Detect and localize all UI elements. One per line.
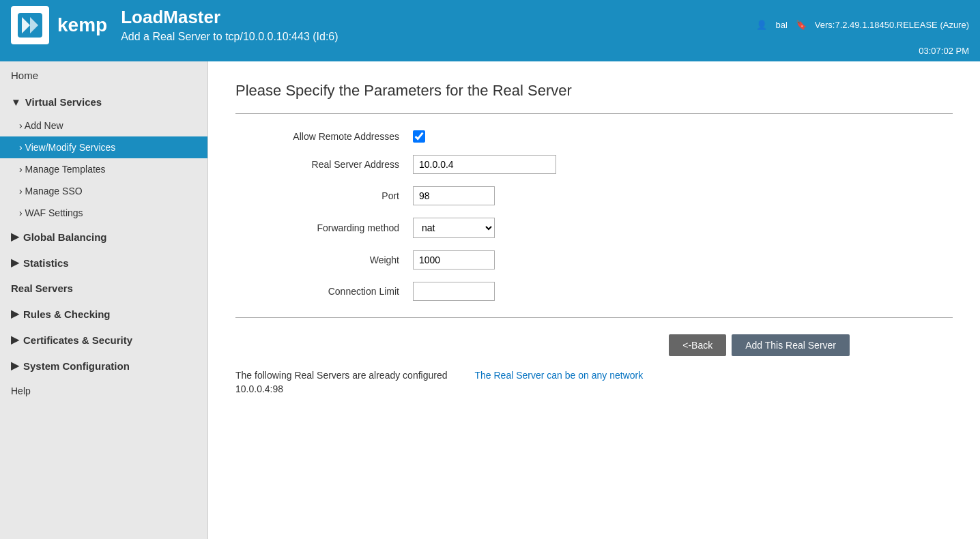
port-control: [413, 186, 495, 205]
arrow-right-icon2: ▶: [11, 257, 19, 269]
info-left: The following Real Servers are already c…: [235, 370, 448, 394]
allow-remote-control: [413, 130, 425, 143]
header: kemp LoadMaster Add a Real Server to tcp…: [0, 0, 980, 61]
current-time: 03:07:02 PM: [919, 46, 969, 56]
connection-limit-input[interactable]: [413, 282, 495, 301]
sidebar-section-statistics[interactable]: ▶ Statistics: [0, 250, 207, 276]
real-server-form: Allow Remote Addresses Real Server Addre…: [235, 130, 850, 301]
forwarding-method-label: Forwarding method: [235, 222, 413, 233]
allow-remote-row: Allow Remote Addresses: [235, 130, 850, 143]
page-subtitle: Add a Real Server to tcp/10.0.0.10:443 (…: [121, 31, 756, 43]
sidebar-item-home[interactable]: Home: [0, 61, 207, 89]
sidebar-item-real-servers[interactable]: Real Servers: [0, 276, 207, 301]
sidebar-item-view-modify[interactable]: › View/Modify Services: [0, 136, 207, 158]
weight-row: Weight: [235, 250, 850, 270]
real-server-address-row: Real Server Address: [235, 155, 850, 174]
connection-limit-control: [413, 282, 495, 301]
arrow-right-icon4: ▶: [11, 334, 19, 346]
sidebar-section-certificates[interactable]: ▶ Certificates & Security: [0, 327, 207, 353]
weight-input[interactable]: [413, 250, 495, 270]
sidebar-section-global-balancing[interactable]: ▶ Global Balancing: [0, 224, 207, 250]
back-button[interactable]: <-Back: [669, 334, 726, 356]
arrow-right-icon5: ▶: [11, 360, 19, 372]
sidebar-section-rules[interactable]: ▶ Rules & Checking: [0, 301, 207, 327]
forwarding-method-row: Forwarding method nat route tunnel: [235, 218, 850, 238]
already-configured-value: 10.0.0.4:98: [235, 383, 448, 394]
top-divider: [235, 113, 953, 114]
sidebar-item-help[interactable]: Help: [0, 379, 207, 403]
sidebar-section-system-config[interactable]: ▶ System Configuration: [0, 353, 207, 379]
sidebar-item-manage-templates[interactable]: › Manage Templates: [0, 158, 207, 180]
kemp-logo: [11, 6, 49, 44]
bottom-divider: [235, 317, 953, 318]
forwarding-method-control: nat route tunnel: [413, 218, 495, 238]
arrow-right-icon3: ▶: [11, 308, 19, 320]
real-server-address-label: Real Server Address: [235, 159, 413, 170]
username: bal: [775, 20, 787, 30]
form-heading: Please Specify the Parameters for the Re…: [235, 82, 953, 100]
arrow-right-icon: ▶: [11, 231, 19, 243]
company-name: kemp: [57, 14, 107, 36]
bookmark-icon: 🔖: [796, 20, 807, 30]
network-info-label: The Real Server can be on any network: [475, 370, 644, 381]
main-content: Please Specify the Parameters for the Re…: [208, 61, 980, 539]
sidebar-section-virtual-services[interactable]: ▼ Virtual Services: [0, 89, 207, 115]
port-label: Port: [235, 190, 413, 201]
button-row: <-Back Add This Real Server: [235, 334, 850, 356]
weight-label: Weight: [235, 254, 413, 265]
weight-control: [413, 250, 495, 270]
allow-remote-label: Allow Remote Addresses: [235, 131, 413, 142]
connection-limit-label: Connection Limit: [235, 286, 413, 297]
already-configured-label: The following Real Servers are already c…: [235, 370, 448, 381]
sidebar-item-manage-sso[interactable]: › Manage SSO: [0, 180, 207, 202]
app-title: LoadMaster: [121, 7, 756, 28]
connection-limit-row: Connection Limit: [235, 282, 850, 301]
forwarding-method-select[interactable]: nat route tunnel: [413, 218, 495, 238]
version-info: Vers:7.2.49.1.18450.RELEASE (Azure): [815, 20, 969, 30]
user-icon: 👤: [756, 20, 767, 30]
sidebar-item-add-new[interactable]: › Add New: [0, 115, 207, 136]
port-row: Port: [235, 186, 850, 205]
logo-area: kemp: [11, 6, 107, 44]
sidebar-item-waf-settings[interactable]: › WAF Settings: [0, 202, 207, 224]
info-section: The following Real Servers are already c…: [235, 370, 953, 394]
allow-remote-checkbox[interactable]: [413, 130, 425, 143]
info-right: The Real Server can be on any network: [475, 370, 644, 394]
port-input[interactable]: [413, 186, 495, 205]
sidebar: Home ▼ Virtual Services › Add New › View…: [0, 61, 208, 539]
real-server-address-control: [413, 155, 556, 174]
real-server-address-input[interactable]: [413, 155, 556, 174]
add-real-server-button[interactable]: Add This Real Server: [732, 334, 850, 356]
arrow-icon: ▼: [11, 96, 21, 108]
header-right: 👤 bal 🔖 Vers:7.2.49.1.18450.RELEASE (Azu…: [756, 20, 969, 30]
